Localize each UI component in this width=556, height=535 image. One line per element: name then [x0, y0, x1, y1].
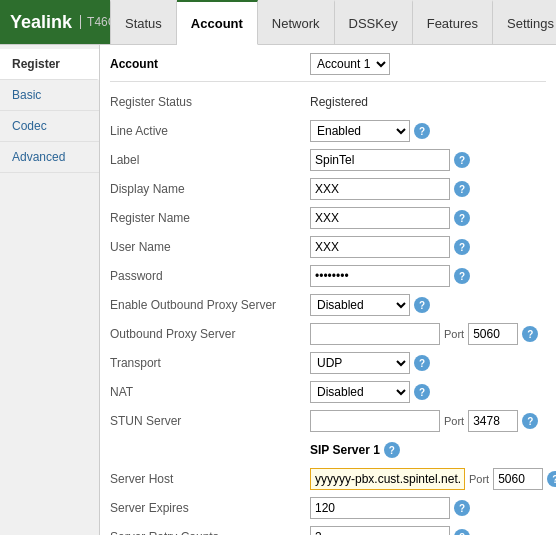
register-status-label: Register Status: [110, 95, 310, 109]
outbound-proxy-server-row: Outbound Proxy Server Port ?: [110, 322, 546, 346]
sip1-retry-row: Server Retry Counts ?: [110, 525, 546, 535]
line-active-select[interactable]: Enabled Disabled: [310, 120, 410, 142]
account-selector-row: Account Account 1 Account 2 Account 3 Ac…: [110, 53, 546, 82]
sidebar-item-register[interactable]: Register: [0, 49, 99, 80]
nav-tabs: Status Account Network DSSKey Features S…: [110, 0, 556, 44]
register-name-controls: ?: [310, 207, 546, 229]
sip1-server-host-row: Server Host Port ?: [110, 467, 546, 491]
sip1-header-controls: SIP Server 1 ?: [310, 442, 546, 458]
outbound-proxy-server-help-icon[interactable]: ?: [522, 326, 538, 342]
sip1-retry-input[interactable]: [310, 526, 450, 535]
sip1-retry-controls: ?: [310, 526, 546, 535]
label-field-label: Label: [110, 153, 310, 167]
outbound-proxy-enable-label: Enable Outbound Proxy Server: [110, 298, 310, 312]
outbound-proxy-server-controls: Port ?: [310, 323, 546, 345]
sidebar-item-advanced[interactable]: Advanced: [0, 142, 99, 173]
register-name-input[interactable]: [310, 207, 450, 229]
register-name-row: Register Name ?: [110, 206, 546, 230]
nat-select[interactable]: Disabled Enabled: [310, 381, 410, 403]
account-selector-control: Account 1 Account 2 Account 3 Account 4 …: [310, 53, 390, 75]
user-name-row: User Name ?: [110, 235, 546, 259]
password-controls: ?: [310, 265, 546, 287]
outbound-proxy-enable-select[interactable]: Disabled Enabled: [310, 294, 410, 316]
tab-network[interactable]: Network: [258, 0, 335, 44]
user-name-input[interactable]: [310, 236, 450, 258]
sip1-retry-help-icon[interactable]: ?: [454, 529, 470, 535]
sidebar-item-basic[interactable]: Basic: [0, 80, 99, 111]
user-name-label: User Name: [110, 240, 310, 254]
outbound-proxy-server-input[interactable]: [310, 323, 440, 345]
label-row: Label ?: [110, 148, 546, 172]
sidebar: Register Basic Codec Advanced: [0, 45, 100, 535]
tab-status[interactable]: Status: [110, 0, 177, 44]
display-name-row: Display Name ?: [110, 177, 546, 201]
sip1-server-host-label: Server Host: [110, 472, 310, 486]
stun-server-input[interactable]: [310, 410, 440, 432]
outbound-proxy-port-input[interactable]: [468, 323, 518, 345]
password-help-icon[interactable]: ?: [454, 268, 470, 284]
register-name-help-icon[interactable]: ?: [454, 210, 470, 226]
account-selector-label: Account: [110, 57, 310, 71]
account-select[interactable]: Account 1 Account 2 Account 3 Account 4 …: [310, 53, 390, 75]
stun-server-help-icon[interactable]: ?: [522, 413, 538, 429]
sip1-expires-row: Server Expires ?: [110, 496, 546, 520]
user-name-help-icon[interactable]: ?: [454, 239, 470, 255]
stun-server-row: STUN Server Port ?: [110, 409, 546, 433]
sip1-expires-controls: ?: [310, 497, 546, 519]
label-input[interactable]: [310, 149, 450, 171]
transport-controls: UDP TCP TLS DNS-NAPTR ?: [310, 352, 546, 374]
tab-features[interactable]: Features: [413, 0, 493, 44]
line-active-controls: Enabled Disabled ?: [310, 120, 546, 142]
sidebar-item-codec[interactable]: Codec: [0, 111, 99, 142]
transport-label: Transport: [110, 356, 310, 370]
display-name-controls: ?: [310, 178, 546, 200]
stun-port-input[interactable]: [468, 410, 518, 432]
outbound-proxy-port-label: Port: [444, 328, 464, 340]
header: Yealink T46G Status Account Network DSSK…: [0, 0, 556, 45]
main-layout: Register Basic Codec Advanced Account Ac…: [0, 45, 556, 535]
nat-label: NAT: [110, 385, 310, 399]
nat-help-icon[interactable]: ?: [414, 384, 430, 400]
app-container: Yealink T46G Status Account Network DSSK…: [0, 0, 556, 535]
register-status-value: Registered: [310, 95, 368, 109]
tab-settings[interactable]: Settings: [493, 0, 556, 44]
sip1-header-text: SIP Server 1: [310, 443, 380, 457]
transport-help-icon[interactable]: ?: [414, 355, 430, 371]
label-controls: ?: [310, 149, 546, 171]
sip1-server-host-input[interactable]: [310, 468, 465, 490]
outbound-proxy-enable-row: Enable Outbound Proxy Server Disabled En…: [110, 293, 546, 317]
logo: Yealink T46G: [0, 0, 110, 44]
password-label: Password: [110, 269, 310, 283]
brand-name: Yealink: [10, 12, 72, 33]
sip1-expires-input[interactable]: [310, 497, 450, 519]
content-area: Account Account 1 Account 2 Account 3 Ac…: [100, 45, 556, 535]
label-help-icon[interactable]: ?: [454, 152, 470, 168]
stun-port-label: Port: [444, 415, 464, 427]
sip1-server-host-help-icon[interactable]: ?: [547, 471, 556, 487]
display-name-label: Display Name: [110, 182, 310, 196]
line-active-label: Line Active: [110, 124, 310, 138]
user-name-controls: ?: [310, 236, 546, 258]
sip1-header: SIP Server 1 ?: [310, 442, 400, 458]
outbound-proxy-enable-help-icon[interactable]: ?: [414, 297, 430, 313]
register-name-label: Register Name: [110, 211, 310, 225]
transport-row: Transport UDP TCP TLS DNS-NAPTR ?: [110, 351, 546, 375]
outbound-proxy-enable-controls: Disabled Enabled ?: [310, 294, 546, 316]
tab-account[interactable]: Account: [177, 0, 258, 45]
sip1-expires-label: Server Expires: [110, 501, 310, 515]
line-active-row: Line Active Enabled Disabled ?: [110, 119, 546, 143]
password-input[interactable]: [310, 265, 450, 287]
sip1-header-help-icon[interactable]: ?: [384, 442, 400, 458]
register-status-row: Register Status Registered: [110, 90, 546, 114]
stun-server-controls: Port ?: [310, 410, 546, 432]
line-active-help-icon[interactable]: ?: [414, 123, 430, 139]
transport-select[interactable]: UDP TCP TLS DNS-NAPTR: [310, 352, 410, 374]
display-name-input[interactable]: [310, 178, 450, 200]
sip1-port-input[interactable]: [493, 468, 543, 490]
tab-dsskey[interactable]: DSSKey: [335, 0, 413, 44]
sip1-expires-help-icon[interactable]: ?: [454, 500, 470, 516]
sip1-port-label: Port: [469, 473, 489, 485]
sip1-header-row: SIP Server 1 ?: [110, 438, 546, 462]
nat-row: NAT Disabled Enabled ?: [110, 380, 546, 404]
display-name-help-icon[interactable]: ?: [454, 181, 470, 197]
